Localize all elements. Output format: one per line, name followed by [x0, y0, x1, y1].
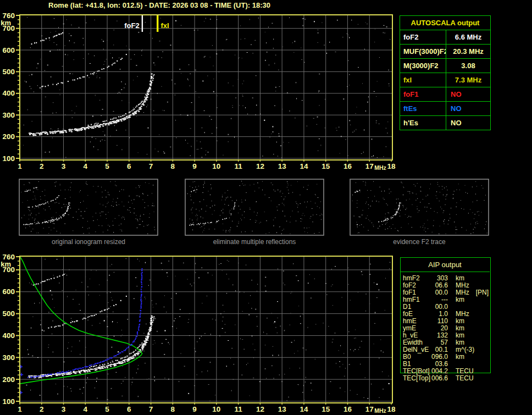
- echo-trace-dot: [104, 121, 106, 122]
- noise-dot: [470, 233, 471, 234]
- noise-dot: [190, 196, 191, 197]
- noise-dot: [201, 148, 202, 148]
- noise-dot: [103, 64, 104, 65]
- noise-dot: [486, 222, 486, 222]
- noise-dot: [376, 284, 378, 285]
- noise-dot: [367, 102, 368, 102]
- noise-dot: [257, 291, 257, 291]
- noise-dot: [372, 201, 373, 201]
- noise-dot: [332, 342, 332, 342]
- noise-dot: [483, 188, 483, 189]
- x-tick-label: 2: [40, 405, 44, 413]
- noise-dot: [319, 139, 320, 139]
- noise-dot: [325, 128, 325, 128]
- noise-dot: [365, 182, 366, 183]
- noise-dot: [383, 32, 384, 33]
- x-tick-label: 2: [40, 162, 44, 170]
- noise-dot: [357, 207, 357, 208]
- noise-dot: [136, 218, 136, 219]
- noise-dot: [364, 129, 365, 130]
- mini-trace-dot: [207, 222, 208, 223]
- noise-dot: [190, 284, 191, 284]
- noise-dot: [136, 373, 137, 373]
- mini-trace-dot: [50, 220, 51, 221]
- noise-dot: [52, 299, 53, 300]
- mini-trace-dot: [357, 224, 358, 225]
- noise-dot: [22, 357, 23, 358]
- echo-trace-dot: [138, 111, 140, 112]
- noise-dot: [271, 366, 273, 366]
- noise-dot: [223, 317, 223, 318]
- echo-trace-dot: [126, 296, 127, 297]
- noise-dot: [175, 95, 175, 95]
- echo-trace-dot: [115, 121, 117, 122]
- echo-trace-dot: [114, 118, 115, 119]
- noise-dot: [257, 215, 257, 215]
- noise-dot: [385, 214, 386, 214]
- noise-dot: [164, 354, 165, 355]
- noise-dot: [175, 83, 175, 84]
- noise-dot: [221, 211, 222, 211]
- noise-dot: [355, 329, 356, 330]
- noise-dot: [360, 217, 361, 217]
- noise-dot: [430, 184, 431, 184]
- noise-dot: [41, 89, 42, 90]
- noise-dot: [210, 362, 210, 363]
- noise-dot: [106, 218, 107, 219]
- noise-dot: [356, 182, 356, 183]
- noise-dot: [42, 36, 42, 36]
- echo-trace-dot: [132, 113, 134, 114]
- noise-dot: [247, 52, 248, 53]
- noise-dot: [134, 54, 135, 55]
- noise-dot: [189, 335, 190, 336]
- noise-dot: [323, 323, 324, 323]
- foF2-marker-line: [142, 15, 143, 32]
- fitted-trace-dot: [138, 327, 139, 328]
- noise-dot: [286, 221, 287, 222]
- noise-dot: [389, 193, 390, 193]
- noise-dot: [123, 190, 124, 190]
- noise-dot: [358, 233, 359, 233]
- echo-trace-dot: [114, 63, 115, 64]
- noise-dot: [76, 212, 76, 212]
- noise-dot: [192, 187, 193, 188]
- noise-dot: [119, 225, 119, 225]
- echo-trace-dot: [151, 84, 152, 85]
- echo-trace-dot: [147, 91, 148, 92]
- echo-trace-dot: [47, 279, 48, 280]
- mini-trace-dot: [27, 224, 28, 225]
- noise-dot: [481, 185, 482, 186]
- noise-dot: [128, 209, 128, 210]
- noise-dot: [203, 218, 203, 218]
- noise-dot: [320, 215, 320, 216]
- echo-trace-dot: [92, 369, 94, 370]
- echo-trace-dot: [53, 278, 54, 279]
- noise-dot: [282, 230, 282, 231]
- noise-dot: [99, 323, 101, 324]
- noise-dot: [49, 206, 49, 207]
- noise-dot: [71, 351, 71, 351]
- noise-dot: [336, 128, 336, 128]
- noise-dot: [93, 186, 93, 187]
- noise-dot: [476, 186, 477, 187]
- noise-dot: [301, 48, 301, 48]
- noise-dot: [446, 234, 446, 234]
- noise-dot: [409, 216, 409, 217]
- mini-trace-dot: [197, 224, 198, 225]
- noise-dot: [290, 217, 291, 217]
- noise-dot: [29, 182, 29, 182]
- noise-dot: [239, 206, 239, 206]
- mini-trace-dot: [51, 201, 52, 202]
- echo-trace-dot: [36, 284, 37, 285]
- aip-output-rows: hmF2303kmfoF206.6MHzfoF100.0MHz[PN]hmF1-…: [403, 275, 529, 382]
- echo-trace-dot: [152, 80, 153, 81]
- noise-dot: [246, 364, 247, 365]
- fitted-trace-dot: [141, 298, 142, 300]
- aip-row: hmE110km: [403, 318, 529, 325]
- mini-trace-dot: [29, 224, 30, 225]
- noise-dot: [303, 213, 303, 214]
- noise-dot: [235, 324, 235, 325]
- noise-dot: [102, 39, 102, 40]
- noise-dot: [88, 295, 89, 295]
- noise-dot: [401, 227, 402, 228]
